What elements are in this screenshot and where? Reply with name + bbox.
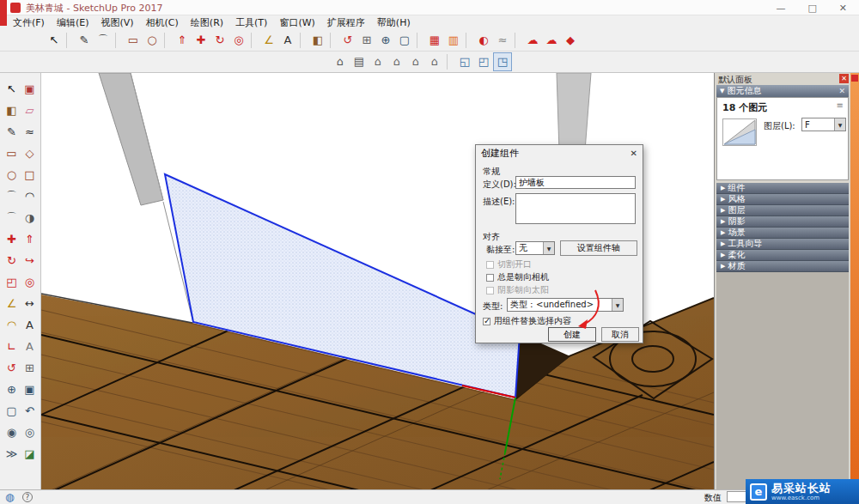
menu-item-1[interactable]: 编辑(E) (51, 15, 95, 30)
dialog-close-icon[interactable]: ✕ (631, 149, 637, 158)
two-point-perspective-toggle[interactable]: ◳ (493, 52, 512, 71)
push-pull-tool[interactable]: ⇑ (21, 228, 39, 250)
iso-view[interactable]: ⌂ (331, 52, 350, 71)
rotate-tool[interactable]: ↻ (210, 31, 229, 50)
extension-warehouse-icon[interactable]: ◆ (561, 31, 580, 50)
pie-tool[interactable]: ◑ (21, 207, 39, 228)
line-tool[interactable]: ✎ (3, 121, 21, 143)
shadows-face-sun-checkbox[interactable]: 阴影朝向太阳 (486, 284, 549, 296)
pan-tool[interactable]: ⊞ (21, 357, 39, 379)
offset-tool[interactable]: ◎ (21, 271, 39, 293)
minimize-button[interactable]: — (776, 3, 785, 14)
components-icon[interactable]: ▥ (444, 31, 463, 50)
perspective-toggle[interactable]: ◱ (455, 52, 474, 71)
move-tool[interactable]: ✚ (3, 228, 21, 250)
zoom-window-tool[interactable]: ▣ (21, 379, 39, 400)
geolocation-icon[interactable]: ◍ (5, 491, 14, 503)
tray-section-7[interactable]: ▶材质 (716, 261, 849, 272)
parallel-projection-toggle[interactable]: ◰ (474, 52, 493, 71)
walk-tool[interactable]: ≫ (3, 443, 21, 465)
shadows-toggle[interactable]: ◐ (474, 31, 493, 50)
polygon-tool[interactable]: □ (21, 164, 39, 185)
circle-tool[interactable]: ○ (143, 31, 161, 50)
text-tool[interactable]: A (21, 314, 39, 336)
look-around-tool[interactable]: ◎ (21, 422, 39, 443)
set-component-axes-button[interactable]: 设置组件轴 (560, 240, 637, 256)
zoom-tool[interactable]: ⊕ (376, 31, 395, 50)
menu-item-7[interactable]: 扩展程序 (321, 15, 371, 30)
entity-info-header[interactable]: ▼ 图元信息 ✕ (716, 85, 849, 97)
offset-tool[interactable]: ◎ (229, 31, 248, 50)
dialog-title-bar[interactable]: 创建组件 ✕ (476, 145, 643, 161)
axes-tool[interactable]: ∟ (3, 336, 21, 357)
select-tool[interactable]: ↖ (3, 78, 21, 100)
replace-selection-checkbox[interactable]: 用组件替换选择内容 (483, 315, 571, 327)
dimension-tool[interactable]: ↔ (21, 293, 39, 314)
3d-text-tool[interactable]: A (21, 336, 39, 357)
menu-item-4[interactable]: 绘图(R) (185, 15, 229, 30)
three-point-arc-tool[interactable]: ⌒ (3, 207, 21, 228)
two-point-arc-tool[interactable]: ◠ (21, 185, 39, 207)
create-button[interactable]: 创建 (548, 327, 596, 342)
share-model-icon[interactable]: ☁ (523, 31, 542, 50)
push-pull-tool[interactable]: ⇑ (173, 31, 192, 50)
entity-details-icon[interactable]: ≡ (837, 100, 844, 110)
type-dropdown[interactable]: 类型：<undefined> ▼ (507, 298, 624, 312)
rotate-tool[interactable]: ↻ (3, 250, 21, 271)
definition-input[interactable] (515, 176, 636, 189)
pan-tool[interactable]: ⊞ (357, 31, 376, 50)
select-tool[interactable]: ↖ (45, 31, 64, 50)
zoom-tool[interactable]: ⊕ (3, 379, 21, 400)
previous-view-tool[interactable]: ↶ (21, 400, 39, 422)
arc-tool[interactable]: ⌒ (94, 31, 113, 50)
move-tool[interactable]: ✚ (192, 31, 210, 50)
line-tool[interactable]: ✎ (75, 31, 94, 50)
arc-tool[interactable]: ⌒ (3, 185, 21, 207)
menu-item-8[interactable]: 帮助(H) (371, 15, 417, 30)
text-tool[interactable]: A (278, 31, 297, 50)
scale-tool[interactable]: ◰ (3, 271, 21, 293)
tape-measure-tool[interactable]: ∠ (3, 293, 21, 314)
left-view[interactable]: ⌂ (425, 52, 444, 71)
cancel-button[interactable]: 取消 (601, 327, 639, 342)
menu-item-6[interactable]: 窗口(W) (273, 15, 320, 30)
fog-toggle[interactable]: ≈ (493, 31, 512, 50)
paint-bucket-tool[interactable]: ◧ (308, 31, 327, 50)
description-input[interactable] (515, 193, 636, 224)
cut-opening-checkbox[interactable]: 切割开口 (486, 258, 532, 270)
follow-me-tool[interactable]: ↪ (21, 250, 39, 271)
rotated-rectangle-tool[interactable]: ◇ (21, 143, 39, 164)
tape-measure-tool[interactable]: ∠ (259, 31, 278, 50)
front-view[interactable]: ⌂ (369, 52, 387, 71)
section-plane-tool[interactable]: ◪ (21, 443, 39, 465)
eraser-tool[interactable]: ▱ (21, 100, 39, 121)
make-component-tool[interactable]: ▣ (21, 78, 39, 100)
rectangle-tool[interactable]: ▭ (3, 143, 21, 164)
help-icon[interactable]: ? (22, 492, 33, 502)
close-button[interactable]: ✕ (839, 3, 847, 14)
top-view[interactable]: ▤ (350, 52, 369, 71)
menu-item-5[interactable]: 工具(T) (229, 15, 273, 30)
freehand-tool[interactable]: ≈ (21, 121, 39, 143)
orbit-tool[interactable]: ↺ (338, 31, 357, 50)
warehouse-icon[interactable]: ▦ (425, 31, 444, 50)
right-view[interactable]: ⌂ (387, 52, 406, 71)
rectangle-tool[interactable]: ▭ (124, 31, 143, 50)
tray-close-icon[interactable]: ✕ (839, 74, 849, 83)
entity-info-close-icon[interactable]: ✕ (838, 87, 845, 95)
always-face-camera-checkbox[interactable]: 总是朝向相机 (486, 271, 549, 283)
menu-item-2[interactable]: 视图(V) (94, 15, 139, 30)
layer-dropdown[interactable]: F ▼ (801, 118, 846, 131)
paint-bucket-tool[interactable]: ◧ (3, 100, 21, 121)
circle-tool[interactable]: ○ (3, 164, 21, 185)
protractor-tool[interactable]: ◠ (3, 314, 21, 336)
maximize-button[interactable]: □ (807, 3, 816, 14)
zoom-extents-tool[interactable]: ▢ (395, 31, 414, 50)
menu-item-0[interactable]: 文件(F) (7, 15, 51, 30)
back-view[interactable]: ⌂ (406, 52, 425, 71)
menu-item-3[interactable]: 相机(C) (140, 15, 185, 30)
orbit-tool[interactable]: ↺ (3, 357, 21, 379)
zoom-extents-tool[interactable]: ▢ (3, 400, 21, 422)
download-model-icon[interactable]: ☁ (542, 31, 561, 50)
position-camera-tool[interactable]: ◉ (3, 422, 21, 443)
